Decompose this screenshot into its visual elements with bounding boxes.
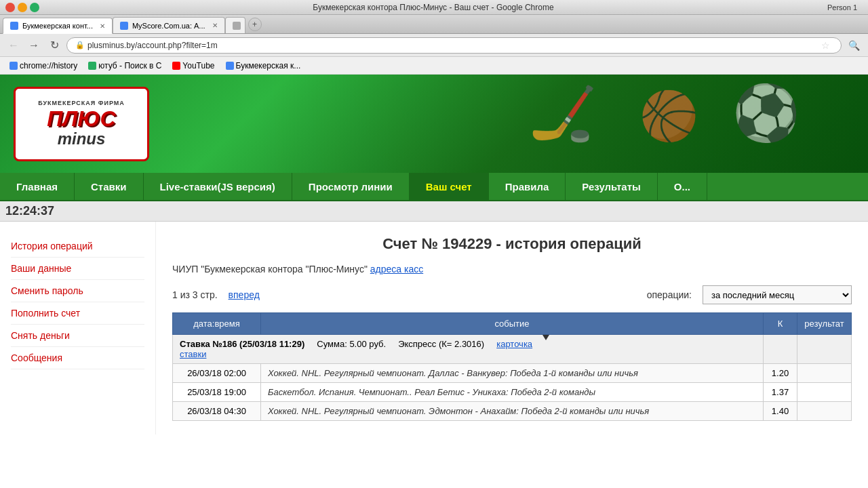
event-datetime-2: 25/03/18 19:00: [173, 383, 261, 402]
event-datetime-3: 26/03/18 04:30: [173, 402, 261, 421]
company-text: ЧИУП "Букмекерская контора "Плюс-Минус": [172, 264, 368, 274]
event-text-1: Хоккей. NHL. Регулярный чемпионат. Далла…: [261, 364, 764, 383]
content-area: Счет № 194229 - история операций ЧИУП "Б…: [156, 222, 868, 434]
event-k-3: 1.40: [764, 402, 797, 421]
nav-menu: Главная Ставки Live-ставки(JS версия) Пр…: [0, 173, 868, 201]
address-box[interactable]: 🔒 plusminus.by/account.php?filter=1m ☆: [66, 37, 842, 54]
maximize-btn[interactable]: [30, 3, 39, 12]
event-result-2: [797, 383, 852, 402]
bookmark-star-icon[interactable]: ☆: [818, 40, 833, 51]
bookmarks-bar: chrome://history ютуб - Поиск в C YouTub…: [0, 57, 868, 75]
event-k-1: 1.20: [764, 364, 797, 383]
nav-results[interactable]: Результаты: [566, 173, 657, 200]
event-result-1: [797, 364, 852, 383]
tab-active[interactable]: Букмекерская конт... ✕: [3, 18, 113, 34]
new-tab-button[interactable]: +: [248, 18, 262, 31]
window-title: Букмекерская контора Плюс-Минус - Ваш сч…: [39, 3, 827, 12]
col-datetime: дата:время: [173, 313, 261, 335]
bookmark-label-2: ютуб - Поиск в C: [98, 61, 161, 70]
logo-plus-text: ПЛЮС: [47, 108, 115, 129]
sidebar-item-password[interactable]: Сменить пароль: [11, 280, 144, 302]
sidebar-item-messages[interactable]: Сообщения: [11, 347, 144, 369]
bookmark-label-4: Букмекерская к...: [236, 61, 301, 70]
nav-rules[interactable]: Правила: [489, 173, 566, 200]
tab-3[interactable]: [225, 17, 245, 33]
banner-background: 🏒 🏀 ⚽: [258, 75, 868, 173]
company-info: ЧИУП "Букмекерская контора "Плюс-Минус" …: [172, 264, 852, 274]
tab-label-1: Букмекерская конт...: [22, 22, 93, 30]
minimize-btn[interactable]: [18, 3, 27, 12]
forward-link[interactable]: вперед: [229, 289, 260, 300]
company-link[interactable]: адреса касс: [370, 264, 423, 274]
banner: БУКМЕКЕРСКАЯ ФИРМА ПЛЮС minus 🏒 🏀 ⚽: [0, 75, 868, 173]
nav-account[interactable]: Ваш счет: [410, 173, 489, 200]
event-datetime-1: 26/03/18 02:00: [173, 364, 261, 383]
nav-stavki[interactable]: Ставки: [75, 173, 143, 200]
bet-label: Ставка №186 (25/03/18 11:29): [180, 339, 304, 349]
bookmark-icon-1: [9, 62, 18, 70]
reload-button[interactable]: ↻: [46, 37, 62, 54]
bet-info-cell: Ставка №186 (25/03/18 11:29) Сумма: 5.00…: [173, 335, 764, 364]
bet-row: Ставка №186 (25/03/18 11:29) Сумма: 5.00…: [173, 335, 852, 364]
sidebar-item-withdraw[interactable]: Снять деньги: [11, 325, 144, 347]
titlebar: Букмекерская контора Плюс-Минус - Ваш сч…: [0, 0, 868, 15]
time-display: 12:24:37: [0, 201, 868, 222]
basketball-icon: 🏀: [639, 88, 698, 144]
bookmark-label-3: YouTube: [182, 61, 214, 70]
user-label: Person 1: [827, 3, 857, 12]
bookmark-icon-4: [226, 62, 234, 70]
tab-2[interactable]: MyScore.Com.ua: А... ✕: [113, 17, 225, 33]
nav-glavnaya[interactable]: Главная: [0, 173, 75, 200]
bet-result-cell: [797, 335, 852, 364]
table-row: 25/03/18 19:00 Баскетбол. Испания. Чемпи…: [173, 383, 852, 402]
tab-favicon-3: [233, 22, 241, 30]
bookmark-icon-2: [88, 62, 96, 70]
sidebar: История операций Ваши данные Сменить пар…: [0, 222, 156, 434]
card-link[interactable]: карточка: [496, 339, 532, 349]
nav-liniya[interactable]: Просмотр линии: [292, 173, 410, 200]
hockey-player-icon: 🏒: [529, 81, 597, 145]
clock: 12:24:37: [5, 204, 54, 218]
data-table: дата:время событие К результат Ставка №1…: [172, 312, 852, 421]
bookmark-icon-3: [172, 62, 180, 70]
page-title: Счет № 194229 - история операций: [172, 235, 852, 253]
col-event: событие: [261, 313, 764, 335]
sidebar-item-history[interactable]: История операций: [11, 235, 144, 258]
soccer-icon: ⚽: [732, 81, 800, 145]
event-k-2: 1.37: [764, 383, 797, 402]
lock-icon: 🔒: [75, 41, 85, 49]
logo-box: БУКМЕКЕРСКАЯ ФИРМА ПЛЮС minus: [14, 87, 149, 161]
table-row: 26/03/18 02:00 Хоккей. NHL. Регулярный ч…: [173, 364, 852, 383]
bookmark-bkmkr[interactable]: Букмекерская к...: [222, 60, 305, 72]
search-icon[interactable]: 🔍: [846, 40, 863, 51]
ops-select[interactable]: за последний месяц за последнюю неделю з…: [703, 285, 852, 304]
tab-close-2[interactable]: ✕: [212, 22, 218, 29]
ops-label: операции:: [647, 289, 692, 300]
logo: БУКМЕКЕРСКАЯ ФИРМА ПЛЮС minus: [14, 87, 149, 161]
addressbar: ← → ↻ 🔒 plusminus.by/account.php?filter=…: [0, 34, 868, 57]
table-row: 26/03/18 04:30 Хоккей. NHL. Регулярный ч…: [173, 402, 852, 421]
bookmark-ytube-search[interactable]: ютуб - Поиск в C: [84, 60, 165, 72]
tab-favicon-2: [120, 22, 128, 30]
bookmark-label-1: chrome://history: [20, 61, 77, 70]
address-text: plusminus.by/account.php?filter=1m: [87, 41, 218, 50]
close-btn[interactable]: [5, 3, 15, 12]
logo-company-text: БУКМЕКЕРСКАЯ ФИРМА: [38, 100, 125, 106]
event-text-3: Хоккей. NHL. Регулярный чемпионат. Эдмон…: [261, 402, 764, 421]
page-info: 1 из 3 стр.: [172, 289, 218, 300]
bet-k-cell: [764, 335, 797, 364]
bets-link[interactable]: ставки: [180, 349, 206, 359]
sidebar-item-mydata[interactable]: Ваши данные: [11, 258, 144, 280]
bet-sum: Сумма: 5.00 руб.: [317, 339, 386, 349]
tab-close-1[interactable]: ✕: [100, 22, 105, 30]
nav-other[interactable]: О...: [658, 173, 707, 200]
controls-row: 1 из 3 стр. вперед операции: за последни…: [172, 285, 852, 304]
back-button[interactable]: ←: [5, 37, 22, 54]
bookmark-history[interactable]: chrome://history: [5, 60, 81, 72]
bookmark-youtube[interactable]: YouTube: [168, 60, 218, 72]
main-wrapper: История операций Ваши данные Сменить пар…: [0, 222, 868, 434]
bet-express: Экспресс (К= 2.3016): [398, 339, 484, 349]
nav-live[interactable]: Live-ставки(JS версия): [144, 173, 292, 200]
forward-button[interactable]: →: [26, 37, 42, 54]
sidebar-item-deposit[interactable]: Пополнить счет: [11, 302, 144, 325]
